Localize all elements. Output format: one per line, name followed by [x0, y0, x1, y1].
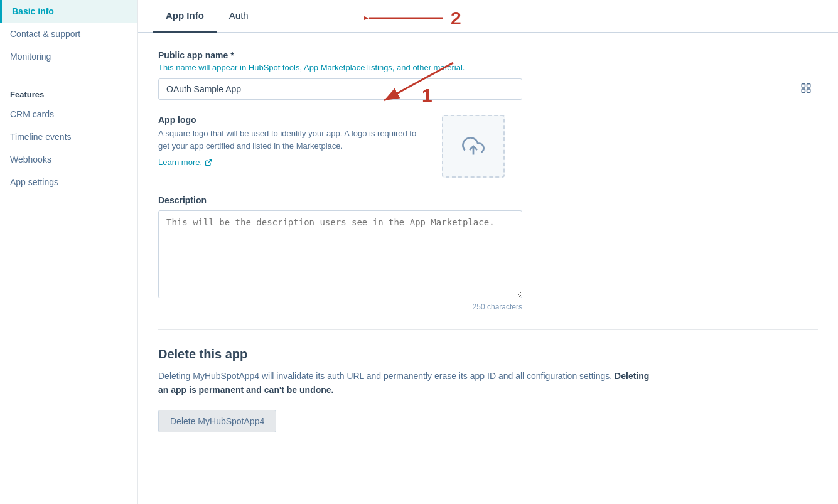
upload-cloud-icon	[462, 135, 485, 158]
description-section: Description 250 characters	[158, 195, 818, 311]
tabs-bar: App Info Auth 2	[138, 0, 838, 33]
logo-upload-area[interactable]	[442, 115, 505, 178]
sidebar-item-contact-support[interactable]: Contact & support	[0, 23, 137, 45]
sidebar-item-crm-cards[interactable]: CRM cards	[0, 103, 137, 126]
input-token-icon	[800, 83, 812, 96]
app-name-label: Public app name *	[158, 50, 818, 60]
sidebar-item-timeline-events[interactable]: Timeline events	[0, 126, 137, 148]
description-label: Description	[158, 195, 818, 205]
logo-description: A square logo that will be used to ident…	[158, 127, 422, 152]
main-content: App Info Auth 2 Public app name *	[138, 0, 838, 504]
delete-app-button[interactable]: Delete MyHubSpotApp4	[158, 410, 276, 432]
sidebar-item-app-settings[interactable]: App settings	[0, 171, 137, 193]
app-name-input[interactable]	[158, 78, 522, 100]
app-logo-section: App logo A square logo that will be used…	[158, 115, 818, 178]
sidebar-item-webhooks[interactable]: Webhooks	[0, 148, 137, 171]
delete-title: Delete this app	[158, 347, 818, 362]
svg-rect-2	[802, 84, 805, 87]
annotation-2: 2	[451, 9, 461, 28]
tab-app-info[interactable]: App Info	[153, 0, 217, 33]
app-name-field-wrapper: 1	[158, 78, 818, 100]
delete-desc-normal: Deleting MyHubSpotApp4 will invalidate i…	[158, 371, 615, 381]
content-area: Public app name * This name will appear …	[138, 33, 838, 450]
svg-rect-3	[807, 84, 810, 87]
sidebar-item-basic-info[interactable]: Basic info	[0, 0, 137, 23]
delete-section: Delete this app Deleting MyHubSpotApp4 w…	[158, 347, 818, 432]
logo-label: App logo	[158, 115, 422, 125]
learn-more-link[interactable]: Learn more.	[158, 158, 212, 167]
char-count: 250 characters	[158, 303, 522, 311]
learn-more-text: Learn more.	[158, 158, 202, 167]
svg-rect-5	[807, 89, 810, 92]
section-divider	[158, 329, 818, 330]
delete-description: Deleting MyHubSpotApp4 will invalidate i…	[158, 369, 660, 397]
logo-text: App logo A square logo that will be used…	[158, 115, 422, 167]
external-link-icon	[205, 159, 212, 166]
sidebar-divider	[0, 73, 137, 73]
sidebar-item-monitoring[interactable]: Monitoring	[0, 45, 137, 68]
tab-auth[interactable]: Auth	[217, 0, 261, 33]
sidebar: Basic info Contact & support Monitoring …	[0, 0, 138, 504]
arrow-2-svg	[364, 11, 446, 26]
description-textarea[interactable]	[158, 210, 522, 298]
svg-line-7	[208, 159, 212, 163]
features-label: Features	[0, 78, 137, 103]
svg-rect-4	[802, 89, 805, 92]
app-name-hint: This name will appear in HubSpot tools, …	[158, 63, 818, 72]
